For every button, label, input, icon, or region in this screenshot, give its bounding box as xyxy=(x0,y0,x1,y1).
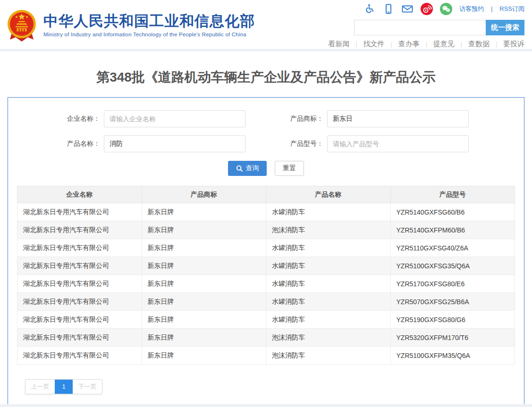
results-table-header-row: 企业名称产品商标产品名称产品型号 xyxy=(17,186,515,203)
site-title-block: 中华人民共和国工业和信息化部 Ministry of Industry and … xyxy=(43,9,255,37)
current-page-button[interactable]: 1 xyxy=(55,380,73,394)
column-header: 产品名称 xyxy=(266,186,391,203)
results-table-body: 湖北新东日专用汽车有限公司新东日牌水罐消防车YZR5140GXFSG60/B6湖… xyxy=(17,203,515,365)
company-name-input[interactable] xyxy=(104,110,245,127)
table-cell: 新东日牌 xyxy=(142,221,266,239)
table-cell: YZR5100GXFSG35/Q6A xyxy=(390,257,515,275)
table-row: 湖北新东日专用汽车有限公司新东日牌水罐消防车YZR5190GXFSG80/G6 xyxy=(17,311,515,329)
site-subtitle: Ministry of Industry and Information Tec… xyxy=(43,32,255,37)
nav-separator: | xyxy=(426,41,427,48)
table-cell: 湖北新东日专用汽车有限公司 xyxy=(17,257,142,275)
table-cell: 水罐消防车 xyxy=(266,239,391,257)
product-name-field-group: 产品名称： xyxy=(58,135,245,152)
prev-page-button[interactable]: 上一页 xyxy=(25,380,55,394)
mail-icon[interactable] xyxy=(401,3,414,15)
site-header: 中华人民共和国工业和信息化部 Ministry of Industry and … xyxy=(0,0,532,52)
nav-separator: | xyxy=(355,41,357,48)
footer-strip xyxy=(0,404,532,407)
query-button-label: 查询 xyxy=(246,164,259,173)
unified-search-button[interactable]: 统一搜索 xyxy=(486,20,524,35)
column-header: 产品型号 xyxy=(390,186,515,203)
top-nav-item[interactable]: 查数据 xyxy=(468,40,490,49)
accessibility-icon[interactable] xyxy=(364,3,376,15)
top-nav-item[interactable]: 提意见 xyxy=(433,40,455,49)
national-emblem-icon xyxy=(7,9,37,43)
table-row: 湖北新东日专用汽车有限公司新东日牌水罐消防车YZR5070GXFSG25/B6A xyxy=(17,293,515,311)
product-trademark-label: 产品商标： xyxy=(281,115,323,123)
table-cell: YZR5070GXFSG25/B6A xyxy=(390,293,515,311)
quick-links-separator: | xyxy=(491,6,492,12)
table-row: 湖北新东日专用汽车有限公司新东日牌水罐消防车YZR5140GXFSG60/B6 xyxy=(17,203,515,221)
table-cell: 水罐消防车 xyxy=(266,203,391,221)
top-nav-item[interactable]: 查办事 xyxy=(398,40,420,49)
table-cell: YZR5110GXFSG40/Z6A xyxy=(390,239,515,257)
company-name-field-group: 企业名称： xyxy=(58,110,245,127)
company-name-label: 企业名称： xyxy=(58,115,100,123)
top-nav: 看新闻|找文件|查办事|提意见|查数据|要投诉 xyxy=(328,40,524,49)
table-cell: 新东日牌 xyxy=(142,347,266,365)
product-trademark-field-group: 产品商标： xyxy=(281,110,469,127)
table-cell: 湖北新东日专用汽车有限公司 xyxy=(17,329,142,347)
table-row: 湖北新东日专用汽车有限公司新东日牌水罐消防车YZR5110GXFSG40/Z6A xyxy=(17,239,515,257)
header-quick-row: 访客预约 | RSS订阅 xyxy=(364,3,524,15)
column-header: 企业名称 xyxy=(17,186,142,203)
table-row: 湖北新东日专用汽车有限公司新东日牌泡沫消防车YZR5140GXFPM60/B6 xyxy=(17,221,515,239)
reset-button[interactable]: 重置 xyxy=(275,161,304,176)
table-row: 湖北新东日专用汽车有限公司新东日牌水罐消防车YZR5100GXFSG35/Q6A xyxy=(17,257,515,275)
search-icon xyxy=(236,165,243,172)
table-cell: 新东日牌 xyxy=(142,257,266,275)
table-cell: 水罐消防车 xyxy=(266,275,391,293)
table-cell: 泡沫消防车 xyxy=(266,329,391,347)
query-button[interactable]: 查询 xyxy=(228,161,267,176)
product-trademark-input[interactable] xyxy=(327,110,469,127)
table-row: 湖北新东日专用汽车有限公司新东日牌泡沫消防车YZR5320GXFPM170/T6 xyxy=(17,329,515,347)
product-model-label: 产品型号： xyxy=(281,140,323,148)
table-cell: 新东日牌 xyxy=(142,275,266,293)
site-logo-link[interactable]: 中华人民共和国工业和信息化部 Ministry of Industry and … xyxy=(7,9,255,43)
table-cell: YZR5170GXFSG80/E6 xyxy=(390,275,515,293)
table-cell: YZR5140GXFPM60/B6 xyxy=(390,221,515,239)
table-cell: YZR5190GXFSG80/G6 xyxy=(390,311,515,329)
table-cell: 水罐消防车 xyxy=(266,257,391,275)
table-cell: 湖北新东日专用汽车有限公司 xyxy=(17,239,142,257)
top-nav-item[interactable]: 要投诉 xyxy=(503,40,524,49)
next-page-button[interactable]: 下一页 xyxy=(73,380,102,394)
weibo-icon[interactable] xyxy=(421,3,433,15)
product-model-input[interactable] xyxy=(327,135,469,152)
table-cell: 新东日牌 xyxy=(142,329,266,347)
top-nav-item[interactable]: 看新闻 xyxy=(328,40,349,49)
nav-separator: | xyxy=(391,41,392,48)
site-search-input[interactable] xyxy=(354,20,486,35)
table-cell: YZR5320GXFPM170/T6 xyxy=(390,329,515,347)
mobile-icon[interactable] xyxy=(383,3,394,15)
table-cell: 湖北新东日专用汽车有限公司 xyxy=(17,293,142,311)
nav-separator: | xyxy=(496,41,497,48)
column-header: 产品商标 xyxy=(142,186,266,203)
table-cell: 泡沫消防车 xyxy=(266,221,391,239)
top-nav-item[interactable]: 找文件 xyxy=(363,40,385,49)
table-cell: 水罐消防车 xyxy=(266,293,391,311)
table-row: 湖北新东日专用汽车有限公司新东日牌泡沫消防车YZR5100GXFPM35/Q6A xyxy=(17,347,515,365)
table-cell: 湖北新东日专用汽车有限公司 xyxy=(17,203,142,221)
table-cell: 湖北新东日专用汽车有限公司 xyxy=(17,275,142,293)
wechat-icon[interactable] xyxy=(440,3,452,15)
results-table: 企业名称产品商标产品名称产品型号 湖北新东日专用汽车有限公司新东日牌水罐消防车Y… xyxy=(17,186,515,365)
table-cell: 新东日牌 xyxy=(142,203,266,221)
product-model-field-group: 产品型号： xyxy=(281,135,469,152)
product-name-label: 产品名称： xyxy=(58,140,100,148)
query-form: 企业名称： 产品商标： 产品名称： 产品型号： xyxy=(8,98,524,176)
rss-subscribe-link[interactable]: RSS订阅 xyxy=(499,5,524,13)
table-row: 湖北新东日专用汽车有限公司新东日牌水罐消防车YZR5170GXFSG80/E6 xyxy=(17,275,515,293)
table-cell: YZR5140GXFSG60/B6 xyxy=(390,203,515,221)
table-cell: 水罐消防车 xyxy=(266,311,391,329)
table-cell: 新东日牌 xyxy=(142,293,266,311)
page-title: 第348批《道路机动车辆生产企业及产品公告》新产品公示 xyxy=(0,68,532,86)
nav-separator: | xyxy=(461,41,462,48)
visitor-appointment-link[interactable]: 访客预约 xyxy=(459,5,484,13)
table-cell: 湖北新东日专用汽车有限公司 xyxy=(17,221,142,239)
table-cell: 新东日牌 xyxy=(142,239,266,257)
table-cell: 新东日牌 xyxy=(142,311,266,329)
page: 中华人民共和国工业和信息化部 Ministry of Industry and … xyxy=(0,0,532,407)
table-cell: 泡沫消防车 xyxy=(266,347,391,365)
product-name-input[interactable] xyxy=(104,135,245,152)
